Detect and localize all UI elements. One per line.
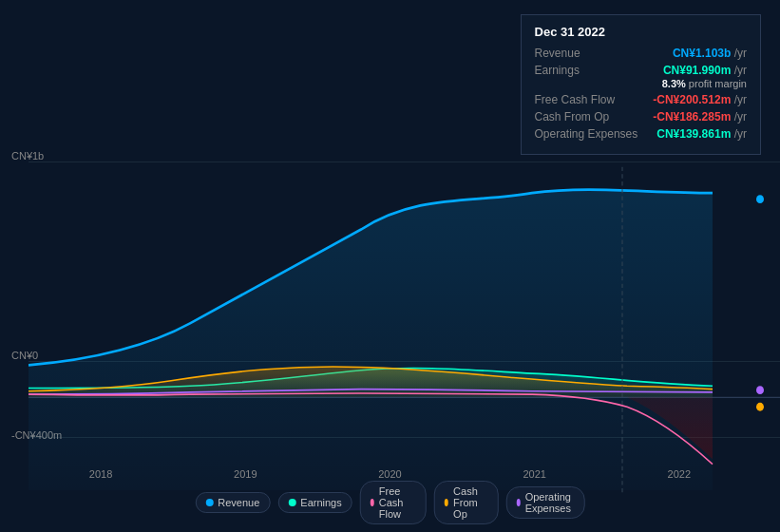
legend-dot-earnings [288,499,295,506]
tooltip-date: Dec 31 2022 [535,25,747,39]
svg-point-5 [756,386,764,394]
tooltip-revenue-label: Revenue [535,47,580,60]
legend-earnings[interactable]: Earnings [277,492,352,513]
tooltip-earnings-label: Earnings [535,64,580,77]
legend-label-revenue: Revenue [218,497,259,508]
tooltip-row-opex: Operating Expenses CN¥139.861m /yr [535,127,747,141]
legend-dot-revenue [205,499,213,506]
tooltip-cashop-value: -CN¥186.285m /yr [653,110,747,124]
chart-legend: Revenue Earnings Free Cash Flow Cash Fro… [195,481,585,524]
legend-revenue[interactable]: Revenue [195,492,270,513]
legend-label-opex: Operating Expenses [525,491,575,514]
tooltip-fcf-label: Free Cash Flow [535,93,616,106]
tooltip-profit-margin: 8.3% profit margin [535,78,747,89]
tooltip-row-earnings: Earnings CN¥91.990m /yr [535,64,747,77]
legend-label-earnings: Earnings [300,497,341,508]
tooltip-revenue-value: CN¥1.103b /yr [673,47,747,60]
x-label-2022: 2022 [668,468,691,480]
legend-label-fcf: Free Cash Flow [379,485,416,520]
tooltip-opex-value: CN¥139.861m /yr [656,127,747,141]
tooltip-earnings-value: CN¥91.990m /yr [663,64,747,77]
legend-opex[interactable]: Operating Expenses [505,486,584,519]
svg-point-4 [756,403,764,411]
tooltip-row-revenue: Revenue CN¥1.103b /yr [535,47,747,60]
x-label-2019: 2019 [234,468,257,480]
x-label-2018: 2018 [89,468,112,480]
tooltip-opex-label: Operating Expenses [535,127,638,141]
tooltip-fcf-value: -CN¥200.512m /yr [653,93,747,106]
x-label-2021: 2021 [523,468,545,480]
legend-cashop[interactable]: Cash From Op [434,481,498,524]
legend-dot-opex [516,499,520,506]
x-label-2020: 2020 [378,468,401,480]
tooltip-box: Dec 31 2022 Revenue CN¥1.103b /yr Earnin… [521,14,761,155]
tooltip-row-fcf: Free Cash Flow -CN¥200.512m /yr [535,93,747,106]
tooltip-row-cashop: Cash From Op -CN¥186.285m /yr [535,110,747,124]
svg-point-2 [756,195,764,203]
legend-label-cashop: Cash From Op [453,485,487,520]
legend-dot-cashop [445,499,448,506]
legend-dot-fcf [371,499,374,506]
chart-container: CN¥1b CN¥0 -CN¥400m [0,0,780,532]
tooltip-cashop-label: Cash From Op [535,110,610,124]
legend-fcf[interactable]: Free Cash Flow [360,481,427,524]
x-axis-labels: 2018 2019 2020 2021 2022 [0,468,780,480]
